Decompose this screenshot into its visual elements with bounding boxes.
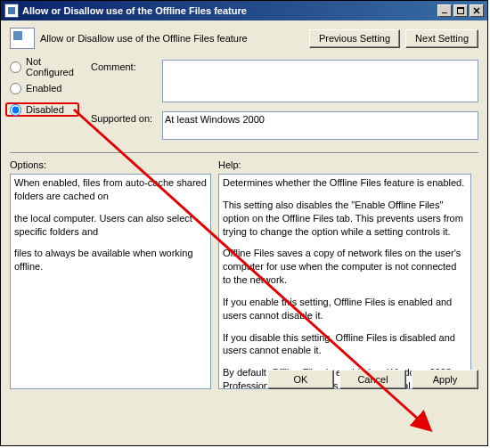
comment-textarea[interactable] [162,60,478,102]
next-setting-button[interactable]: Next Setting [405,29,478,48]
header-row: Allow or Disallow use of the Offline Fil… [10,28,478,49]
options-panel[interactable]: When enabled, files from auto-cache shar… [10,174,211,389]
svg-rect-0 [442,12,447,13]
supported-row: Supported on: [91,111,478,142]
options-line-3: files to always be available when workin… [14,247,207,273]
close-button[interactable] [470,4,484,17]
radio-disabled-label[interactable]: Disabled [26,104,64,115]
state-radio-group: Not Configured Enabled Disabled [10,60,91,149]
radio-enabled-label[interactable]: Enabled [26,83,61,94]
fields-column: Comment: Supported on: [91,60,478,149]
apply-button[interactable]: Apply [412,370,478,389]
policy-title: Allow or Disallow use of the Offline Fil… [40,33,248,44]
cancel-button[interactable]: Cancel [339,370,406,389]
minimize-button[interactable] [437,4,452,17]
client-area: Allow or Disallow use of the Offline Fil… [1,20,487,396]
radio-enabled[interactable] [10,83,21,94]
help-p2: This setting also disables the "Enable O… [223,199,467,239]
radio-not-configured-label[interactable]: Not Configured [26,56,91,77]
supported-textarea[interactable] [162,111,478,140]
help-p4: If you enable this setting, Offline File… [223,296,467,322]
radio-not-configured-row: Not Configured [10,60,91,74]
radio-not-configured[interactable] [10,61,21,73]
help-p5: If you disable this setting, Offline Fil… [223,331,467,358]
options-label: Options: [10,159,218,170]
panel-labels: Options: Help: [10,159,478,170]
previous-setting-button[interactable]: Previous Setting [309,29,400,48]
settings-grid: Not Configured Enabled Disabled Comment: [10,60,478,149]
comment-label: Comment: [91,60,162,104]
help-p3: Offline Files saves a copy of network fi… [223,247,467,287]
window-controls [437,4,484,17]
svg-rect-2 [457,7,464,9]
help-panel[interactable]: Determines whether the Offline Files fea… [218,174,471,389]
supported-label: Supported on: [91,111,162,142]
help-label: Help: [218,159,241,170]
ok-button[interactable]: OK [267,370,334,389]
dialog-buttons: OK Cancel Apply [267,370,478,389]
window-title: Allow or Disallow use of the Offline Fil… [22,5,247,16]
policy-icon [10,28,35,49]
window-icon [4,4,19,18]
radio-disabled-row: Disabled [5,102,79,117]
nav-buttons: Previous Setting Next Setting [309,29,478,48]
divider [10,152,478,154]
window: Allow or Disallow use of the Offline Fil… [0,0,488,446]
comment-row: Comment: [91,60,478,104]
options-line-1: When enabled, files from auto-cache shar… [14,176,207,203]
radio-enabled-row: Enabled [10,81,91,95]
titlebar: Allow or Disallow use of the Offline Fil… [1,1,487,20]
maximize-button[interactable] [453,4,468,17]
options-line-2: the local computer. Users can also selec… [14,212,207,239]
radio-disabled[interactable] [10,104,21,116]
panels: When enabled, files from auto-cache shar… [10,174,478,389]
help-p1: Determines whether the Offline Files fea… [223,176,467,190]
